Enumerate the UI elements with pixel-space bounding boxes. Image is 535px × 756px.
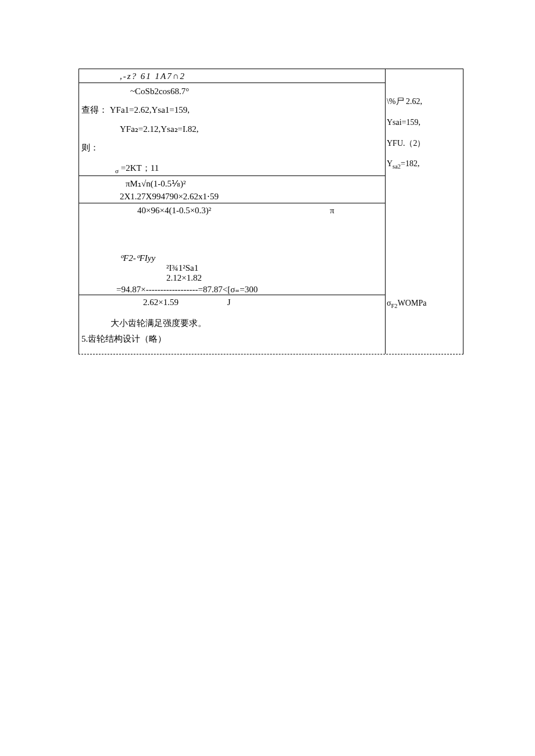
denom-2: 40×96×4(1-0.5×0.3)² π [79,203,385,218]
conclusion-line: 大小齿轮满足强度要求。 [79,310,385,332]
denom2-text: 40×96×4(1-0.5×0.3)² [137,206,211,215]
blank-space [79,218,385,253]
then-label: 则： [79,142,385,153]
sigma-rhs: =2KT；11 [121,163,159,173]
section-5: 5.齿轮结构设计（略） [79,332,385,350]
r-line2: Ysai=159, [387,116,462,130]
sigma-symbol: σ [115,167,119,174]
left-column: ,-z? 61 1A7∩2 ~CoSb2cos68.7° 查得： YFa1=2.… [79,69,386,354]
sigma-f2-line: ᵒF2-ᵒFIyy [79,253,385,263]
frac-bottom-row: 2.62×1.59 J [79,295,385,310]
frac-result: =94.87×------------------=87.87<[σ₌=300 [79,283,385,295]
yfa1-text: YFa1=2.62,Ysa1=159, [110,105,190,114]
cos-line: ~CoSb2cos68.7° [79,87,385,96]
content-box: ,-z? 61 1A7∩2 ~CoSb2cos68.7° 查得： YFa1=2.… [79,69,463,354]
r-gap [387,179,462,289]
lookup-row: 查得： YFa1=2.62,Ysa1=159, [79,105,385,116]
right-column: \%尸 2.62, Ysai=159, YFU.（2） Ysa2=182, σF… [386,69,463,354]
sigma-eq: σ =2KT；11 [79,162,385,176]
yfa2-row: YFa₂=2.12,Ysa₂=I.82, [79,124,385,134]
numer-2: 2X1.27X994790×2.62x1⋅59 [79,190,385,203]
lookup-label: 查得： [81,105,108,114]
r-line1: \%尸 2.62, [387,95,462,109]
r-truncated: σF2WOMPa [387,296,462,311]
frac-top: ²I¾1²Sa1 [79,263,385,273]
denom-1: πM₁√n(1-0.5⅟₈)² [79,176,385,190]
pi-symbol: π [330,206,334,216]
frac-mid: 2.12×1.82 [79,273,385,283]
r-line3: YFU.（2） [387,137,462,151]
section-lookup: ~CoSb2cos68.7° 查得： YFa1=2.62,Ysa1=159, Y… [79,83,385,354]
top-row: ,-z? 61 1A7∩2 [79,69,385,83]
spacer [387,71,462,88]
r-line4: Ysa2=182, [387,157,462,172]
page: ,-z? 61 1A7∩2 ~CoSb2cos68.7° 查得： YFa1=2.… [0,0,535,756]
frac-bottom: 2.62×1.59 [143,298,179,307]
j-label: J [227,298,231,307]
